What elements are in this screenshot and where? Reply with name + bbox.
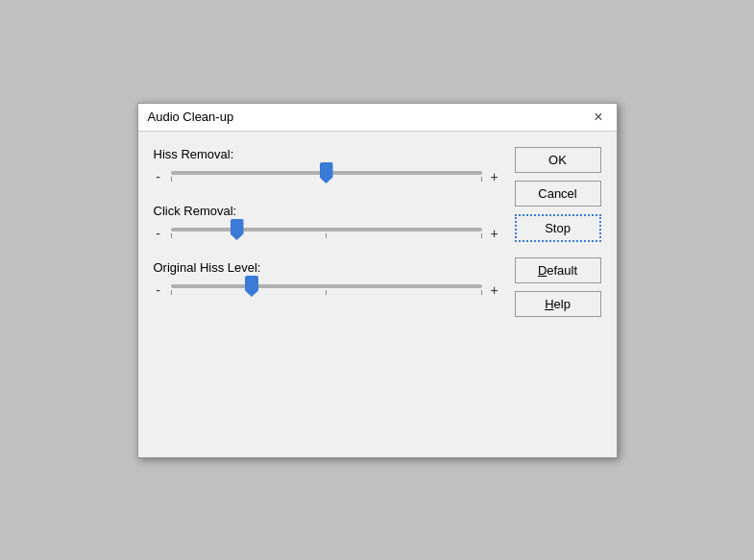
title-bar: Audio Clean-up × — [138, 104, 617, 132]
click-removal-minus: - — [154, 226, 163, 241]
original-hiss-ticks — [171, 288, 482, 295]
ok-button[interactable]: OK — [515, 147, 601, 173]
stop-button[interactable]: Stop — [515, 214, 601, 242]
help-underline-char: Help — [545, 297, 571, 311]
original-hiss-row: - + — [154, 282, 499, 298]
default-underline-char: Default — [538, 263, 577, 278]
tick — [326, 290, 327, 295]
help-button[interactable]: Help — [515, 291, 601, 317]
tick — [481, 233, 482, 238]
click-removal-plus: + — [490, 226, 499, 241]
tick — [171, 177, 172, 182]
hiss-removal-track-container — [171, 171, 482, 182]
original-hiss-track-container — [171, 284, 482, 295]
hiss-removal-plus: + — [490, 169, 499, 184]
hiss-removal-minus: - — [154, 169, 163, 184]
tick — [481, 290, 482, 295]
hiss-removal-group: Hiss Removal: - + — [154, 147, 499, 184]
click-removal-track-container — [171, 228, 482, 238]
tick — [171, 290, 172, 295]
dialog-body: Hiss Removal: - + Click Re — [138, 132, 617, 332]
hiss-removal-row: - + — [154, 169, 499, 184]
dialog-title: Audio Clean-up — [148, 110, 234, 124]
buttons-section: OK Cancel Stop Default Help — [515, 147, 601, 317]
click-removal-row: - + — [154, 226, 499, 241]
tick — [171, 233, 172, 238]
original-hiss-label: Original Hiss Level: — [154, 260, 499, 275]
click-removal-group: Click Removal: - + — [154, 204, 499, 241]
click-removal-label: Click Removal: — [154, 204, 499, 218]
default-button[interactable]: Default — [515, 257, 601, 283]
tick — [481, 177, 482, 182]
original-hiss-group: Original Hiss Level: - + — [154, 260, 499, 298]
original-hiss-plus: + — [490, 282, 499, 298]
click-removal-ticks — [171, 231, 482, 238]
tick — [326, 233, 327, 238]
cancel-button[interactable]: Cancel — [515, 181, 601, 207]
audio-cleanup-dialog: Audio Clean-up × Hiss Removal: - — [137, 103, 618, 458]
close-button[interactable]: × — [590, 110, 606, 125]
original-hiss-minus: - — [154, 282, 163, 298]
sliders-section: Hiss Removal: - + Click Re — [154, 147, 499, 317]
hiss-removal-label: Hiss Removal: — [154, 147, 499, 161]
